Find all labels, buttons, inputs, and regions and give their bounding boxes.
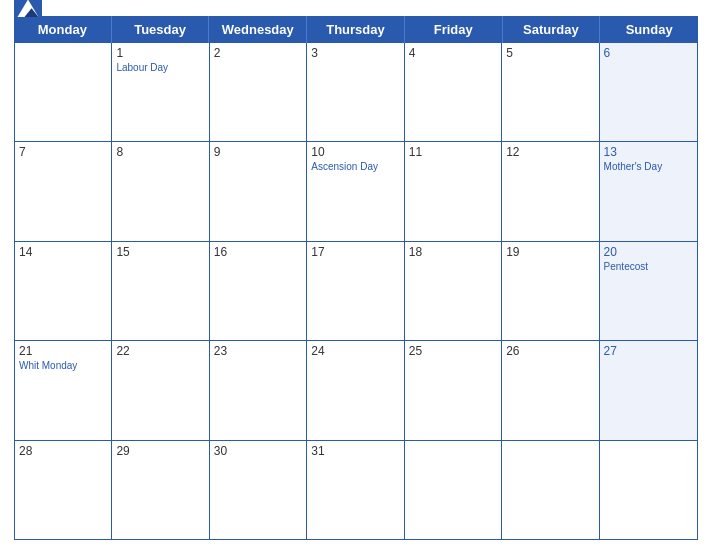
- weekday-header-saturday: Saturday: [503, 16, 601, 43]
- day-number: 14: [19, 245, 107, 259]
- calendar-row-5: 28293031: [15, 441, 697, 539]
- calendar-cell-row5-col5: [405, 441, 502, 539]
- calendar-cell-row2-col6: 12: [502, 142, 599, 240]
- day-number: 2: [214, 46, 302, 60]
- calendar-body: 1Labour Day2345678910Ascension Day111213…: [14, 43, 698, 540]
- day-number: 3: [311, 46, 399, 60]
- calendar-cell-row1-col3: 2: [210, 43, 307, 141]
- weekday-header-tuesday: Tuesday: [112, 16, 210, 43]
- calendar-row-4: 21Whit Monday222324252627: [15, 341, 697, 440]
- calendar-cell-row1-col2: 1Labour Day: [112, 43, 209, 141]
- calendar-cell-row2-col1: 7: [15, 142, 112, 240]
- calendar: MondayTuesdayWednesdayThursdayFridaySatu…: [14, 16, 698, 540]
- day-number: 16: [214, 245, 302, 259]
- day-number: 18: [409, 245, 497, 259]
- calendar-cell-row4-col7: 27: [600, 341, 697, 439]
- calendar-cell-row4-col6: 26: [502, 341, 599, 439]
- calendar-cell-row1-col7: 6: [600, 43, 697, 141]
- day-number: 13: [604, 145, 693, 159]
- day-number: 22: [116, 344, 204, 358]
- calendar-cell-row4-col2: 22: [112, 341, 209, 439]
- calendar-cell-row5-col3: 30: [210, 441, 307, 539]
- day-number: 21: [19, 344, 107, 358]
- calendar-cell-row5-col2: 29: [112, 441, 209, 539]
- day-number: 12: [506, 145, 594, 159]
- calendar-cell-row5-col6: [502, 441, 599, 539]
- calendar-row-1: 1Labour Day23456: [15, 43, 697, 142]
- calendar-cell-row2-col3: 9: [210, 142, 307, 240]
- calendar-cell-row1-col6: 5: [502, 43, 599, 141]
- day-number: 7: [19, 145, 107, 159]
- day-number: 31: [311, 444, 399, 458]
- day-number: 6: [604, 46, 693, 60]
- calendar-cell-row5-col4: 31: [307, 441, 404, 539]
- day-number: 4: [409, 46, 497, 60]
- holiday-label: Ascension Day: [311, 160, 399, 173]
- calendar-cell-row5-col1: 28: [15, 441, 112, 539]
- day-number: 19: [506, 245, 594, 259]
- calendar-cell-row4-col3: 23: [210, 341, 307, 439]
- day-number: 5: [506, 46, 594, 60]
- calendar-cell-row3-col2: 15: [112, 242, 209, 340]
- logo-icon: [14, 0, 42, 24]
- calendar-cell-row2-col5: 11: [405, 142, 502, 240]
- calendar-cell-row1-col5: 4: [405, 43, 502, 141]
- page: MondayTuesdayWednesdayThursdayFridaySatu…: [0, 0, 712, 550]
- calendar-row-3: 14151617181920Pentecost: [15, 242, 697, 341]
- calendar-cell-row1-col4: 3: [307, 43, 404, 141]
- day-number: 1: [116, 46, 204, 60]
- holiday-label: Mother's Day: [604, 160, 693, 173]
- day-number: 23: [214, 344, 302, 358]
- weekday-header-sunday: Sunday: [600, 16, 698, 43]
- calendar-cell-row1-col1: [15, 43, 112, 141]
- calendar-cell-row4-col1: 21Whit Monday: [15, 341, 112, 439]
- logo: [14, 0, 45, 24]
- calendar-cell-row3-col5: 18: [405, 242, 502, 340]
- day-number: 17: [311, 245, 399, 259]
- weekday-header-wednesday: Wednesday: [209, 16, 307, 43]
- calendar-cell-row3-col3: 16: [210, 242, 307, 340]
- holiday-label: Labour Day: [116, 61, 204, 74]
- day-number: 28: [19, 444, 107, 458]
- day-number: 15: [116, 245, 204, 259]
- day-number: 10: [311, 145, 399, 159]
- calendar-cell-row5-col7: [600, 441, 697, 539]
- day-number: 9: [214, 145, 302, 159]
- holiday-label: Whit Monday: [19, 359, 107, 372]
- holiday-label: Pentecost: [604, 260, 693, 273]
- calendar-cell-row3-col4: 17: [307, 242, 404, 340]
- calendar-cell-row4-col4: 24: [307, 341, 404, 439]
- weekday-header-row: MondayTuesdayWednesdayThursdayFridaySatu…: [14, 16, 698, 43]
- day-number: 20: [604, 245, 693, 259]
- day-number: 24: [311, 344, 399, 358]
- calendar-cell-row2-col4: 10Ascension Day: [307, 142, 404, 240]
- calendar-cell-row2-col7: 13Mother's Day: [600, 142, 697, 240]
- weekday-header-thursday: Thursday: [307, 16, 405, 43]
- weekday-header-friday: Friday: [405, 16, 503, 43]
- day-number: 26: [506, 344, 594, 358]
- calendar-cell-row3-col7: 20Pentecost: [600, 242, 697, 340]
- calendar-row-2: 78910Ascension Day111213Mother's Day: [15, 142, 697, 241]
- day-number: 27: [604, 344, 693, 358]
- day-number: 8: [116, 145, 204, 159]
- calendar-cell-row4-col5: 25: [405, 341, 502, 439]
- day-number: 29: [116, 444, 204, 458]
- day-number: 30: [214, 444, 302, 458]
- calendar-cell-row2-col2: 8: [112, 142, 209, 240]
- calendar-cell-row3-col1: 14: [15, 242, 112, 340]
- day-number: 11: [409, 145, 497, 159]
- calendar-cell-row3-col6: 19: [502, 242, 599, 340]
- day-number: 25: [409, 344, 497, 358]
